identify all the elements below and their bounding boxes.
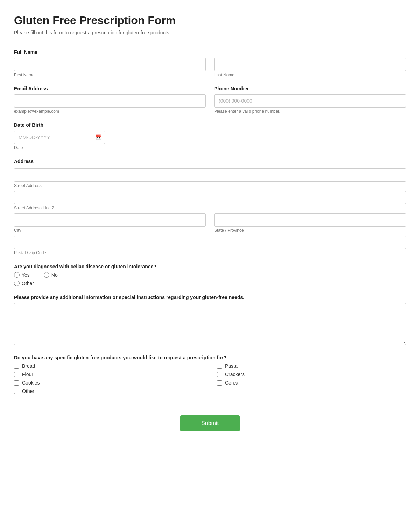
page-title: Gluten Free Prescription Form: [14, 14, 406, 27]
dob-wrapper: 📅: [14, 131, 105, 144]
additional-info-textarea[interactable]: [14, 303, 406, 345]
diagnosis-yes[interactable]: Yes: [14, 272, 30, 278]
state-hint: State / Province: [214, 228, 406, 233]
product-cereal[interactable]: Cereal: [217, 380, 406, 386]
postal-hint: Postal / Zip Code: [14, 250, 406, 255]
street1-input[interactable]: [14, 168, 406, 182]
address-section: Address Street Address Street Address Li…: [14, 159, 406, 255]
diagnosis-no-radio[interactable]: [44, 272, 49, 278]
product-bread-checkbox[interactable]: [14, 364, 19, 369]
state-input[interactable]: [214, 213, 406, 227]
diagnosis-radio-group: Yes No Other: [14, 272, 406, 286]
last-name-hint: Last Name: [214, 72, 406, 77]
dob-hint: Date: [14, 145, 406, 150]
dob-label: Date of Birth: [14, 122, 406, 128]
product-cookies[interactable]: Cookies: [14, 380, 203, 386]
product-crackers-checkbox[interactable]: [217, 372, 222, 377]
email-input[interactable]: [14, 94, 206, 108]
product-bread-label: Bread: [22, 363, 35, 369]
product-other-checkbox[interactable]: [14, 389, 19, 394]
street2-hint: Street Address Line 2: [14, 206, 406, 210]
product-crackers[interactable]: Crackers: [217, 372, 406, 377]
submit-button[interactable]: Submit: [180, 415, 240, 431]
products-question: Do you have any specific gluten-free pro…: [14, 355, 406, 360]
page-subtitle: Please fill out this form to request a p…: [14, 30, 406, 35]
diagnosis-other-radio[interactable]: [14, 281, 20, 286]
diagnosis-other-label: Other: [22, 281, 34, 286]
postal-input[interactable]: [14, 236, 406, 249]
email-label: Email Address: [14, 86, 206, 91]
diagnosis-section: Are you diagnosed with celiac disease or…: [14, 264, 406, 286]
dob-section: Date of Birth 📅 Date: [14, 122, 406, 150]
product-other-label: Other: [22, 388, 34, 394]
email-hint: example@example.com: [14, 109, 206, 114]
diagnosis-yes-label: Yes: [22, 272, 30, 278]
product-pasta[interactable]: Pasta: [217, 363, 406, 369]
product-cookies-label: Cookies: [22, 380, 40, 386]
additional-info-question: Please provide any additional informatio…: [14, 295, 406, 300]
email-phone-section: Email Address example@example.com Phone …: [14, 86, 406, 114]
full-name-section: Full Name First Name Last Name: [14, 49, 406, 77]
phone-hint: Please enter a valid phone number.: [214, 109, 406, 114]
phone-label: Phone Number: [214, 86, 406, 91]
phone-input[interactable]: [214, 94, 406, 108]
city-hint: City: [14, 228, 206, 233]
product-other[interactable]: Other: [14, 388, 203, 394]
product-bread[interactable]: Bread: [14, 363, 203, 369]
city-input[interactable]: [14, 213, 206, 227]
product-pasta-checkbox[interactable]: [217, 364, 222, 369]
products-section: Do you have any specific gluten-free pro…: [14, 355, 406, 394]
dob-input[interactable]: [14, 131, 105, 144]
last-name-input[interactable]: [214, 58, 406, 71]
product-flour-checkbox[interactable]: [14, 372, 19, 377]
street1-hint: Street Address: [14, 183, 406, 188]
product-cereal-checkbox[interactable]: [217, 380, 222, 386]
product-flour-label: Flour: [22, 372, 33, 377]
product-cookies-checkbox[interactable]: [14, 380, 19, 386]
street2-input[interactable]: [14, 191, 406, 204]
first-name-hint: First Name: [14, 72, 206, 77]
products-checkbox-group: Bread Pasta Flour Crackers Cookies Cerea…: [14, 363, 406, 394]
product-pasta-label: Pasta: [225, 363, 238, 369]
full-name-label: Full Name: [14, 49, 406, 55]
address-label: Address: [14, 159, 406, 164]
product-flour[interactable]: Flour: [14, 372, 203, 377]
product-crackers-label: Crackers: [225, 372, 245, 377]
diagnosis-other[interactable]: Other: [14, 281, 406, 286]
submit-row: Submit: [14, 408, 406, 431]
additional-info-section: Please provide any additional informatio…: [14, 295, 406, 346]
diagnosis-question: Are you diagnosed with celiac disease or…: [14, 264, 406, 269]
diagnosis-no[interactable]: No: [44, 272, 58, 278]
product-cereal-label: Cereal: [225, 380, 239, 386]
diagnosis-no-label: No: [51, 272, 58, 278]
diagnosis-yes-radio[interactable]: [14, 272, 20, 278]
first-name-input[interactable]: [14, 58, 206, 71]
